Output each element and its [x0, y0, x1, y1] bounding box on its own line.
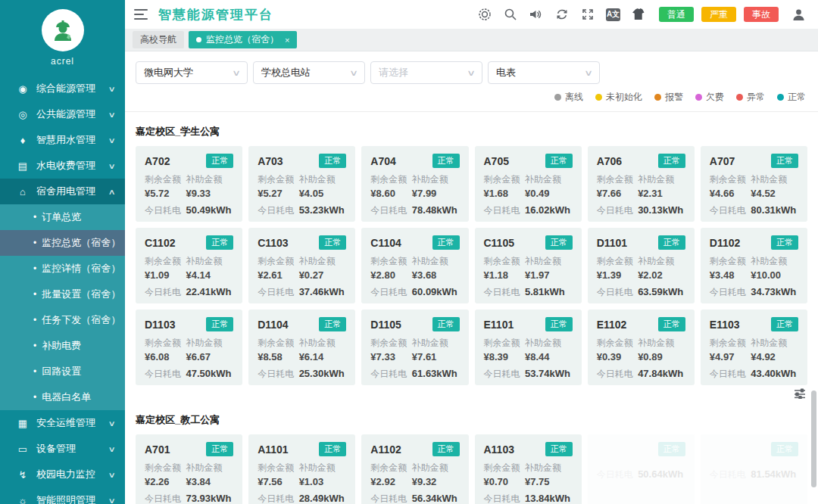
- alarm-badge-0[interactable]: 普通: [659, 7, 694, 22]
- room-card[interactable]: A1102正常剩余金额补助金额¥2.92¥9.32今日耗电56.34kWh: [361, 434, 468, 504]
- sidebar-subitem-5[interactable]: •补助电费: [0, 333, 125, 359]
- broadcast-icon[interactable]: [529, 8, 543, 22]
- subsidy-value: ¥7.75: [525, 476, 573, 487]
- fullscreen-icon[interactable]: [580, 8, 595, 22]
- subsidy-label: 补助金额: [186, 337, 233, 350]
- sidebar-subitem-4[interactable]: •任务下发（宿舍）: [0, 307, 125, 333]
- power-label: 今日耗电: [258, 286, 298, 299]
- power-label: 今日耗电: [484, 368, 525, 381]
- power-value: 56.34kWh: [412, 493, 460, 504]
- language-icon[interactable]: A文: [606, 8, 620, 21]
- sidebar-group-device[interactable]: ▭设备管理∨: [0, 436, 125, 462]
- room-card[interactable]: D1105正常剩余金额补助金额¥7.33¥7.61今日耗电61.63kWh: [361, 310, 468, 385]
- room-card[interactable]: A707正常剩余金额补助金额¥4.66¥4.52今日耗电80.31kWh: [701, 146, 807, 222]
- subsidy-label: 补助金额: [525, 173, 573, 186]
- power-label: 今日耗电: [258, 493, 298, 504]
- sidebar: acrel ◉综合能源管理∨◎公共能源管理∨♦智慧用水管理∨▤水电收费管理∨⌂宿…: [0, 0, 125, 504]
- sidebar-group-home[interactable]: ⌂宿舍用电管理∧: [0, 179, 125, 204]
- room-name: A705: [484, 155, 509, 167]
- sidebar-group-water[interactable]: ♦智慧用水管理∨: [0, 127, 125, 153]
- record-icon[interactable]: [477, 8, 492, 22]
- refresh-icon[interactable]: [554, 8, 569, 22]
- alarm-level-badges: 普通严重事故: [659, 7, 779, 22]
- search-icon[interactable]: [503, 8, 517, 22]
- sidebar-group-coin[interactable]: ◎公共能源管理∨: [0, 101, 125, 127]
- room-card[interactable]: D1104正常剩余金额补助金额¥8.58¥6.14今日耗电25.30kWh: [248, 310, 355, 385]
- subsidy-label: 补助金额: [299, 337, 347, 350]
- logo-area: acrel: [0, 0, 125, 76]
- submenu: •订单总览•监控总览（宿舍）•监控详情（宿舍）•批量设置（宿舍）•任务下发（宿舍…: [0, 204, 125, 410]
- room-card[interactable]: A1103正常剩余金额补助金额¥0.70¥7.75今日耗电13.84kWh: [475, 434, 582, 504]
- remain-label: 剩余金额: [484, 337, 525, 350]
- tab-0[interactable]: 高校导航: [133, 31, 184, 48]
- sidebar-subitem-2[interactable]: •监控详情（宿舍）: [0, 256, 125, 282]
- power-value: 16.02kWh: [525, 204, 573, 216]
- room-card[interactable]: A1101正常剩余金额补助金额¥7.56¥1.03今日耗电28.49kWh: [248, 434, 355, 504]
- sidebar-group-energy[interactable]: ◉综合能源管理∨: [0, 76, 125, 101]
- room-card[interactable]: D1103正常剩余金额补助金额¥6.08¥6.67今日耗电47.50kWh: [136, 310, 242, 385]
- sidebar-subitem-7[interactable]: •电器白名单: [0, 384, 125, 410]
- alarm-badge-1[interactable]: 严重: [701, 7, 736, 22]
- power-label: 今日耗电: [710, 286, 751, 299]
- tab-1[interactable]: 监控总览（宿舍）×: [189, 31, 297, 48]
- remain-label: 剩余金额: [370, 173, 411, 186]
- sidebar-subitem-6[interactable]: •回路设置: [0, 359, 125, 384]
- room-card[interactable]: 正常今日耗电81.54kWh: [701, 434, 807, 504]
- subsidy-label: 补助金额: [412, 462, 460, 474]
- sidebar-subitem-1[interactable]: •监控总览（宿舍）: [0, 230, 125, 256]
- remain-value: ¥2.26: [145, 476, 186, 487]
- sidebar-subitem-3[interactable]: •批量设置（宿舍）: [0, 282, 125, 307]
- room-name: A702: [145, 155, 170, 167]
- power-value: 53.74kWh: [525, 368, 573, 379]
- filter-select-1[interactable]: 学校总电站∨: [253, 61, 365, 84]
- filter-select-0[interactable]: 微电网大学∨: [136, 61, 248, 84]
- room-card[interactable]: C1102正常剩余金额补助金额¥1.09¥4.14今日耗电22.41kWh: [136, 228, 242, 303]
- room-card[interactable]: A705正常剩余金额补助金额¥1.68¥0.49今日耗电16.02kWh: [475, 146, 582, 222]
- user-icon[interactable]: [791, 8, 806, 22]
- theme-shirt-icon[interactable]: [632, 8, 646, 22]
- room-card[interactable]: C1104正常剩余金额补助金额¥2.80¥3.68今日耗电60.09kWh: [361, 228, 468, 303]
- remain-label: 剩余金额: [597, 337, 638, 350]
- power-label: 今日耗电: [597, 368, 638, 381]
- filter-settings-icon[interactable]: [794, 388, 806, 400]
- room-card[interactable]: E1101正常剩余金额补助金额¥8.39¥8.44今日耗电53.74kWh: [475, 310, 582, 385]
- power-label: 今日耗电: [484, 493, 525, 504]
- chevron-up-icon: ∧: [108, 188, 115, 196]
- close-icon[interactable]: ×: [285, 36, 289, 45]
- room-card[interactable]: D1102正常剩余金额补助金额¥3.48¥10.00今日耗电34.73kWh: [701, 228, 807, 303]
- room-card[interactable]: D1101正常剩余金额补助金额¥1.39¥2.02今日耗电63.59kWh: [588, 228, 695, 303]
- collapse-menu-icon[interactable]: [134, 9, 148, 20]
- power-label: 今日耗电: [484, 286, 525, 299]
- sidebar-group-power[interactable]: ↯校园电力监控∨: [0, 462, 125, 487]
- remain-value: ¥5.27: [258, 188, 298, 199]
- power-label: 今日耗电: [597, 468, 638, 481]
- room-card[interactable]: 正常今日耗电50.64kWh: [588, 434, 695, 504]
- subsidy-label: 补助金额: [525, 462, 573, 474]
- room-card[interactable]: C1105正常剩余金额补助金额¥1.18¥1.97今日耗电5.81kWh: [475, 228, 582, 303]
- room-card[interactable]: E1103正常剩余金额补助金额¥4.97¥4.92今日耗电43.40kWh: [701, 310, 807, 385]
- room-name: D1105: [370, 319, 401, 331]
- room-card[interactable]: A706正常剩余金额补助金额¥7.66¥2.31今日耗电30.13kWh: [588, 146, 695, 222]
- vertical-scrollbar[interactable]: [811, 390, 816, 487]
- status-badge: 正常: [771, 442, 798, 456]
- power-value: 60.09kWh: [412, 286, 460, 297]
- filter-select-2[interactable]: 请选择∨: [370, 61, 482, 84]
- sidebar-subitem-0[interactable]: •订单总览: [0, 204, 125, 230]
- room-card[interactable]: A702正常剩余金额补助金额¥5.72¥9.33今日耗电50.49kWh: [136, 146, 242, 222]
- room-card[interactable]: A703正常剩余金额补助金额¥5.27¥4.05今日耗电53.23kWh: [248, 146, 355, 222]
- room-card[interactable]: A704正常剩余金额补助金额¥8.60¥7.99今日耗电78.48kWh: [361, 146, 468, 222]
- filter-select-3[interactable]: 电表∨: [488, 61, 600, 84]
- legend-dot-icon: [777, 94, 784, 101]
- room-card[interactable]: C1103正常剩余金额补助金额¥2.61¥0.27今日耗电37.46kWh: [248, 228, 355, 303]
- brand-name: acrel: [51, 56, 74, 67]
- status-badge: 正常: [771, 317, 798, 331]
- subsidy-label: 补助金额: [751, 337, 798, 350]
- sidebar-group-billing[interactable]: ▤水电收费管理∨: [0, 153, 125, 179]
- sidebar-group-safety[interactable]: ▦安全运维管理∨: [0, 410, 125, 436]
- alarm-badge-2[interactable]: 事故: [744, 7, 779, 22]
- power-value: 25.30kWh: [299, 368, 347, 379]
- room-card[interactable]: E1102正常剩余金额补助金额¥0.39¥0.89今日耗电47.84kWh: [588, 310, 695, 385]
- legend-dot-icon: [654, 94, 661, 101]
- room-card[interactable]: A701正常剩余金额补助金额¥2.26¥3.84今日耗电73.93kWh: [136, 434, 242, 504]
- sidebar-group-light[interactable]: ☼智能照明管理∨: [0, 487, 125, 504]
